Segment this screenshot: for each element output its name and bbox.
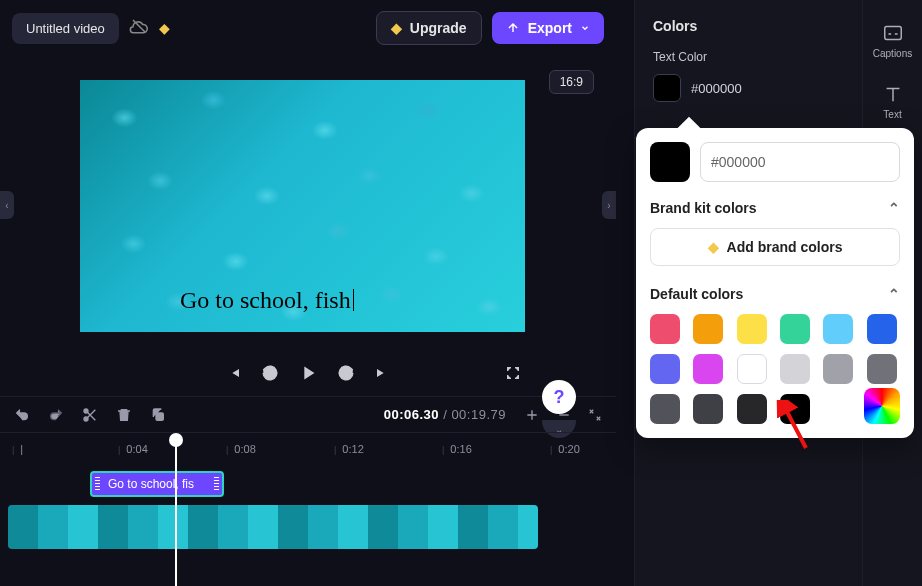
sync-icon[interactable] — [129, 17, 149, 39]
text-color-swatch[interactable] — [653, 74, 681, 102]
ruler-tick: 0:04 — [118, 443, 148, 455]
default-color-grid — [650, 314, 900, 424]
color-swatch[interactable] — [780, 314, 810, 344]
add-brand-colors-button[interactable]: ◆ Add brand colors — [650, 228, 900, 266]
duplicate-button[interactable] — [150, 407, 166, 423]
svg-rect-6 — [884, 27, 901, 40]
split-button[interactable] — [82, 407, 98, 423]
color-swatch[interactable] — [693, 314, 723, 344]
color-picker-popover: Brand kit colors ⌃ ◆ Add brand colors De… — [636, 128, 914, 438]
default-colors-heading: Default colors — [650, 286, 743, 302]
color-swatch[interactable] — [737, 354, 767, 384]
project-title-text: Untitled video — [26, 21, 105, 36]
text-color-value: #000000 — [691, 81, 742, 96]
undo-button[interactable] — [14, 407, 30, 423]
color-swatch[interactable] — [650, 314, 680, 344]
playhead[interactable] — [175, 439, 177, 586]
custom-color-button[interactable] — [864, 388, 900, 424]
ruler-tick: 0:16 — [442, 443, 472, 455]
rewind-5-button[interactable]: 5 — [261, 364, 279, 382]
color-swatch[interactable] — [823, 354, 853, 384]
project-title[interactable]: Untitled video — [12, 13, 119, 44]
color-swatch[interactable] — [780, 394, 810, 424]
export-button[interactable]: Export — [492, 12, 604, 44]
ruler-tick: 0:20 — [550, 443, 580, 455]
diamond-icon: ◆ — [391, 20, 402, 36]
hex-input[interactable] — [700, 142, 900, 182]
brand-section-toggle[interactable]: ⌃ — [888, 200, 900, 216]
brand-kit-heading: Brand kit colors — [650, 200, 757, 216]
upgrade-label: Upgrade — [410, 20, 467, 36]
play-button[interactable] — [297, 362, 319, 384]
upload-icon — [506, 21, 520, 35]
left-panel-toggle[interactable]: ‹ — [0, 191, 14, 219]
diamond-icon: ◆ — [708, 239, 719, 255]
add-track-button[interactable] — [524, 407, 540, 423]
aspect-ratio-label: 16:9 — [560, 75, 583, 89]
ruler-tick: 0:08 — [226, 443, 256, 455]
color-swatch[interactable] — [867, 354, 897, 384]
text-color-label: Text Color — [653, 50, 862, 64]
chevron-down-icon — [580, 23, 590, 33]
svg-rect-5 — [156, 413, 163, 420]
skip-start-button[interactable] — [227, 365, 243, 381]
captions-label: Captions — [873, 48, 912, 59]
add-brand-label: Add brand colors — [727, 239, 843, 255]
color-swatch[interactable] — [650, 394, 680, 424]
forward-5-button[interactable]: 5 — [337, 364, 355, 382]
fit-timeline-button[interactable] — [588, 408, 602, 422]
default-section-toggle[interactable]: ⌃ — [888, 286, 900, 302]
text-label: Text — [883, 109, 901, 120]
panel-heading: Colors — [653, 18, 862, 34]
color-swatch[interactable] — [737, 314, 767, 344]
color-swatch[interactable] — [693, 354, 723, 384]
help-button[interactable]: ? — [542, 380, 576, 414]
skip-end-button[interactable] — [373, 365, 389, 381]
text-color-row[interactable]: #000000 — [653, 74, 862, 102]
export-label: Export — [528, 20, 572, 36]
text-clip[interactable]: Go to school, fis — [90, 471, 224, 497]
upgrade-button[interactable]: ◆ Upgrade — [376, 11, 482, 45]
timeline[interactable]: | 0:04 0:08 0:12 0:16 0:20 Go to school,… — [0, 432, 616, 586]
color-swatch[interactable] — [780, 354, 810, 384]
color-swatch[interactable] — [693, 394, 723, 424]
video-clip[interactable] — [8, 505, 538, 549]
fullscreen-button[interactable] — [505, 365, 521, 381]
redo-button[interactable] — [48, 407, 64, 423]
captions-tab[interactable]: Captions — [873, 14, 912, 67]
color-swatch[interactable] — [823, 314, 853, 344]
current-color-swatch[interactable] — [650, 142, 690, 182]
ruler-tick: 0:12 — [334, 443, 364, 455]
text-clip-label: Go to school, fis — [108, 477, 194, 491]
color-swatch[interactable] — [867, 314, 897, 344]
timeline-ruler[interactable]: | 0:04 0:08 0:12 0:16 0:20 — [0, 441, 616, 463]
right-panel-toggle[interactable]: › — [602, 191, 616, 219]
video-preview[interactable]: Go to school, fish — [80, 80, 525, 332]
ruler-tick: | — [12, 443, 23, 455]
color-swatch[interactable] — [737, 394, 767, 424]
preview-text-overlay[interactable]: Go to school, fish — [180, 287, 354, 314]
premium-badge-icon: ◆ — [159, 20, 170, 36]
color-swatch[interactable] — [650, 354, 680, 384]
delete-button[interactable] — [116, 407, 132, 423]
text-tab[interactable]: Text — [882, 75, 904, 128]
time-display: 00:06.30 / 00:19.79 — [384, 407, 506, 422]
aspect-ratio-button[interactable]: 16:9 — [549, 70, 594, 94]
